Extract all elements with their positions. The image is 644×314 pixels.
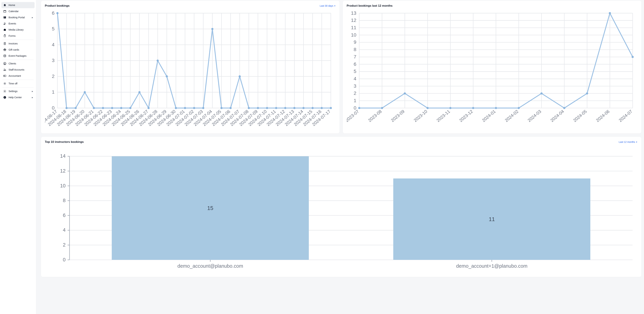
svg-text:3: 3	[52, 58, 54, 63]
svg-point-182	[381, 107, 383, 109]
svg-text:6: 6	[52, 10, 54, 16]
sidebar-item-label: Home	[8, 4, 15, 6]
caret-down-icon: ▼	[636, 141, 638, 143]
svg-point-100	[93, 107, 95, 109]
svg-point-191	[586, 92, 588, 94]
svg-text:4: 4	[52, 42, 54, 47]
sidebar-item-label: Help Center	[8, 96, 22, 99]
svg-text:2024-06: 2024-06	[595, 109, 610, 123]
sidebar-item-accountant[interactable]: Accountant	[1, 73, 34, 79]
svg-text:2024-04: 2024-04	[550, 109, 565, 123]
product-bookings-range-dropdown[interactable]: Last 30 days ▼	[320, 4, 336, 7]
svg-point-115	[230, 107, 232, 109]
svg-rect-18	[4, 97, 5, 98]
svg-point-119	[266, 107, 268, 109]
sidebar-separator	[2, 80, 34, 80]
svg-point-10	[4, 63, 5, 64]
svg-point-110	[184, 107, 186, 109]
svg-text:2023-12: 2023-12	[458, 109, 474, 123]
sidebar-item-label: Gift cards	[8, 48, 19, 51]
card-icon	[3, 74, 6, 78]
sidebar-item-home[interactable]: Home	[1, 2, 34, 8]
svg-rect-4	[4, 35, 5, 35]
svg-text:6: 6	[63, 212, 66, 218]
top-instructors-range-label: Last 12 months	[619, 141, 635, 143]
sidebar-item-settings[interactable]: Settings▶	[1, 88, 34, 94]
svg-text:6: 6	[354, 61, 356, 67]
svg-text:2024-01: 2024-01	[481, 109, 496, 123]
sidebar-item-label: Time off	[8, 82, 18, 85]
sidebar-item-booking-portal[interactable]: Booking Portal▶	[1, 14, 34, 20]
svg-point-96	[56, 12, 58, 14]
sidebar-item-events[interactable]: Events	[1, 20, 34, 27]
svg-point-104	[129, 107, 132, 109]
sidebar-item-label: Booking Portal	[8, 16, 25, 19]
users-icon	[3, 22, 6, 25]
svg-text:2023-11: 2023-11	[436, 109, 451, 123]
top-instructors-card: Top 10 instructors bookings Last 12 mont…	[41, 137, 641, 277]
sidebar-item-label: Settings	[8, 90, 18, 93]
svg-text:8: 8	[354, 47, 356, 52]
svg-text:5: 5	[52, 26, 54, 31]
sidebar-item-time-off[interactable]: Time off	[1, 80, 34, 87]
svg-text:demo_account+1@planubo.com: demo_account+1@planubo.com	[456, 263, 528, 269]
sidebar-item-label: Events	[8, 22, 16, 25]
svg-point-185	[449, 107, 451, 109]
svg-text:10: 10	[351, 32, 356, 38]
sidebar-item-event-packages[interactable]: Event Packages	[1, 53, 34, 59]
gift-icon	[3, 48, 6, 51]
svg-point-102	[111, 107, 113, 109]
svg-text:12: 12	[60, 168, 66, 173]
chevron-right-icon: ▶	[32, 90, 33, 92]
svg-point-116	[239, 75, 241, 77]
svg-text:2024-03: 2024-03	[527, 109, 542, 123]
svg-point-11	[4, 69, 5, 70]
svg-point-101	[102, 107, 104, 109]
svg-point-181	[358, 107, 360, 109]
svg-text:demo_account@planubo.com: demo_account@planubo.com	[178, 263, 243, 269]
svg-point-97	[66, 107, 68, 109]
svg-point-113	[211, 28, 213, 30]
sidebar-item-forms[interactable]: Forms	[1, 33, 34, 39]
svg-text:2: 2	[354, 90, 356, 96]
receipt-icon	[3, 42, 6, 45]
svg-point-108	[166, 75, 168, 77]
chevron-right-icon: ▶	[32, 16, 33, 18]
svg-point-120	[275, 107, 277, 109]
chevron-right-icon: ▶	[32, 97, 33, 98]
svg-point-107	[156, 59, 158, 61]
svg-point-125	[321, 107, 323, 109]
svg-point-19	[4, 97, 5, 97]
sidebar-item-label: Clients	[8, 62, 16, 65]
svg-text:2023-07: 2023-07	[347, 109, 360, 123]
product-bookings-range-label: Last 30 days	[320, 4, 333, 7]
svg-point-121	[284, 107, 286, 109]
svg-text:2023-08: 2023-08	[367, 109, 382, 123]
user-circle-icon	[3, 62, 6, 65]
sidebar-item-clients[interactable]: Clients	[1, 60, 34, 67]
sidebar-item-calendar[interactable]: Calendar	[1, 8, 34, 14]
sidebar-item-label: Calendar	[8, 10, 19, 13]
svg-text:12: 12	[351, 17, 356, 23]
sidebar-item-label: Forms	[8, 34, 16, 37]
sidebar-item-gift-cards[interactable]: Gift cards	[1, 47, 34, 53]
sidebar-item-invoices[interactable]: Invoices	[1, 40, 34, 47]
people-icon	[3, 68, 6, 71]
svg-point-190	[563, 107, 565, 109]
sidebar-item-help-center[interactable]: Help Center▶	[1, 94, 34, 100]
svg-point-126	[330, 107, 332, 109]
top-instructors-range-dropdown[interactable]: Last 12 months ▼	[619, 141, 638, 143]
top-instructors-title: Top 10 instructors bookings	[45, 140, 84, 144]
top-instructors-chart: 0246810121415demo_account@planubo.com11d…	[45, 147, 638, 275]
product-bookings-chart: 01234562024-06-172024-06-182024-06-19202…	[45, 10, 336, 132]
svg-point-188	[518, 107, 520, 109]
svg-text:1: 1	[354, 98, 356, 103]
sidebar-item-staff-accounts[interactable]: Staff Accounts	[1, 67, 34, 73]
svg-text:5: 5	[354, 68, 356, 74]
svg-point-109	[175, 107, 177, 109]
svg-text:11: 11	[489, 216, 495, 222]
svg-point-189	[540, 92, 542, 94]
product-bookings-12m-chart: 0123456789101112132023-072023-082023-092…	[347, 10, 638, 132]
sidebar-item-media-library[interactable]: Media Library	[1, 27, 34, 33]
svg-text:2024-07: 2024-07	[618, 109, 633, 123]
